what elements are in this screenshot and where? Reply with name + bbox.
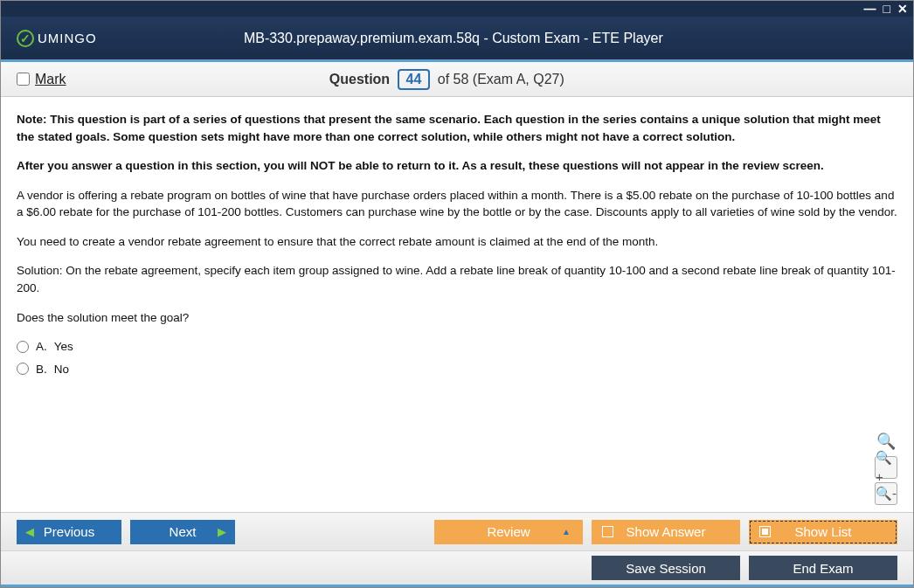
- question-label: Question: [329, 72, 390, 86]
- minimize-icon[interactable]: —: [864, 3, 876, 15]
- question-content: Note: This question is part of a series …: [1, 97, 913, 512]
- scenario-para-1: A vendor is offering a rebate program on…: [17, 187, 897, 221]
- header-bar: ✓ UMINGO MB-330.prepaway.premium.exam.58…: [1, 17, 913, 62]
- answer-radio-b[interactable]: [17, 363, 29, 375]
- answer-list: A. Yes B. No: [17, 338, 897, 377]
- window-title: MB-330.prepaway.premium.exam.58q - Custo…: [10, 31, 897, 46]
- answer-radio-a[interactable]: [17, 341, 29, 353]
- note-line-2: After you answer a question in this sect…: [17, 157, 897, 175]
- chevron-left-icon: ◀: [25, 525, 34, 538]
- triangle-up-icon: ▲: [562, 527, 571, 536]
- checkbox-filled-icon: [759, 526, 771, 537]
- next-button[interactable]: Next ▶: [130, 520, 235, 544]
- answer-text: Yes: [54, 338, 73, 356]
- question-prompt: Does the solution meet the goal?: [17, 309, 897, 327]
- question-counter: Question 44 of 58 (Exam A, Q27): [0, 69, 897, 90]
- chevron-right-icon: ▶: [218, 525, 226, 538]
- previous-button[interactable]: ◀ Previous: [17, 520, 121, 544]
- answer-letter: B.: [36, 361, 47, 378]
- answer-option-b[interactable]: B. No: [17, 361, 897, 378]
- footer-primary: ◀ Previous Next ▶ Review ▲ Show Answer S…: [1, 512, 913, 550]
- zoom-out-button[interactable]: 🔍-: [875, 482, 897, 505]
- answer-text: No: [54, 361, 69, 378]
- show-list-button[interactable]: Show List: [749, 520, 897, 544]
- solution-para: Solution: On the rebate agreement, speci…: [17, 262, 897, 296]
- zoom-in-button[interactable]: 🔍+: [875, 456, 897, 479]
- review-button[interactable]: Review ▲: [434, 520, 583, 544]
- zoom-controls: 🔍 🔍+ 🔍-: [875, 430, 897, 505]
- show-answer-button[interactable]: Show Answer: [592, 520, 740, 544]
- save-session-button[interactable]: Save Session: [592, 556, 740, 580]
- scenario-para-2: You need to create a vendor rebate agree…: [17, 233, 897, 251]
- question-total: of 58 (Exam A, Q27): [438, 72, 564, 86]
- question-bar: Mark Question 44 of 58 (Exam A, Q27): [1, 62, 913, 97]
- window-controls: — □ ✕: [1, 1, 913, 17]
- note-line-1: Note: This question is part of a series …: [17, 111, 897, 145]
- maximize-icon[interactable]: □: [883, 3, 890, 15]
- answer-letter: A.: [36, 338, 47, 356]
- footer-secondary: Save Session End Exam: [1, 550, 913, 587]
- close-icon[interactable]: ✕: [897, 3, 908, 15]
- end-exam-button[interactable]: End Exam: [749, 556, 897, 580]
- answer-option-a[interactable]: A. Yes: [17, 338, 897, 356]
- question-number: 44: [398, 69, 431, 90]
- checkbox-empty-icon: [602, 526, 613, 537]
